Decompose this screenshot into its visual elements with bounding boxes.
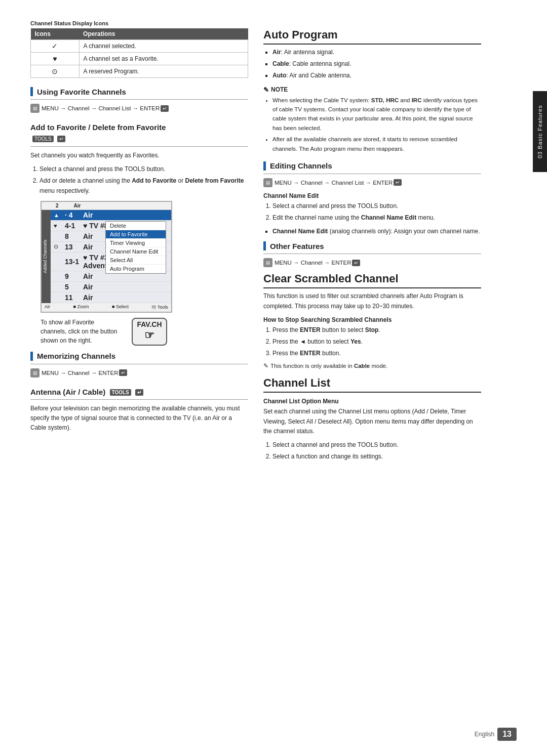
section-other: Other Features bbox=[263, 241, 481, 250]
icon-cell: ✓ bbox=[31, 40, 80, 53]
add-to-favorite-title: Add to Favorite / Delete from Favorite bbox=[30, 123, 248, 132]
channel-list-body: Set each channel using the Channel List … bbox=[263, 407, 481, 436]
chapter-tab: 03 Basic Features bbox=[533, 91, 547, 172]
desc-cell: A channel selected. bbox=[79, 40, 248, 53]
editing-menu: ▤ MENU → Channel → Channel List → ENTER … bbox=[263, 178, 481, 187]
cable-note: ✎ This function is only available in Cab… bbox=[263, 362, 481, 369]
right-column: Auto Program Air: Air antenna signal.Cab… bbox=[263, 20, 481, 466]
desc-cell: A reserved Program. bbox=[79, 65, 248, 78]
cable-note-text: This function is only available in Cable… bbox=[270, 363, 387, 369]
using-favorite-title: Using Favorite Channels bbox=[37, 88, 126, 96]
section-editing: Editing Channels bbox=[263, 161, 481, 171]
fav-ch-label: To show all Favorite channels, click on … bbox=[41, 318, 122, 345]
popup-menu-item[interactable]: Timer Viewing bbox=[106, 239, 166, 247]
tv-sidebar: Added Channels bbox=[42, 210, 51, 303]
add-favorite-steps: Select a channel and press the TOOLS but… bbox=[40, 164, 248, 196]
using-favorite-menu: ▤ MENU → Channel → Channel List → ENTER … bbox=[30, 104, 248, 113]
fav-ch-button[interactable]: FAV.CH ☞ bbox=[132, 318, 167, 346]
add-favorite-intro: Set channels you watch frequently as Fav… bbox=[30, 151, 248, 160]
memorizing-path: MENU → Channel → ENTER bbox=[42, 370, 118, 376]
fav-ch-button-wrap: FAV.CH ☞ bbox=[132, 318, 167, 346]
divider6 bbox=[263, 254, 481, 254]
popup-menu: DeleteAdd to FavoriteTimer ViewingChanne… bbox=[105, 221, 166, 274]
col-operations: Operations bbox=[79, 28, 248, 40]
note-title-label: NOTE bbox=[271, 86, 288, 93]
popup-menu-item[interactable]: Delete bbox=[106, 222, 166, 230]
desc-cell: A channel set as a Favorite. bbox=[79, 53, 248, 65]
tv-data-row: 11 Air bbox=[51, 292, 171, 303]
tools-badge: TOOLS bbox=[32, 136, 54, 142]
enter-badge: ↵ bbox=[161, 105, 169, 112]
editing-steps: Select a channel and press the TOOLS but… bbox=[272, 201, 481, 223]
section-bar3 bbox=[30, 352, 33, 361]
enter-badge4: ↵ bbox=[352, 260, 360, 266]
note-item: When selecting the Cable TV system: STD,… bbox=[272, 96, 481, 133]
add-fav-step-1: Select a channel and press the TOOLS but… bbox=[40, 164, 248, 174]
fav-ch-section: To show all Favorite channels, click on … bbox=[41, 318, 248, 346]
note-list: When selecting the Cable TV system: STD,… bbox=[272, 96, 481, 153]
icon-cell: ⊙ bbox=[31, 65, 80, 78]
note-pencil-icon: ✎ bbox=[263, 86, 269, 94]
tv-data-row: 5 Air bbox=[51, 282, 171, 292]
editing-title: Editing Channels bbox=[270, 161, 332, 170]
section-using-favorite: Using Favorite Channels bbox=[30, 87, 248, 96]
clear-scrambled-title: Clear Scrambled Channel bbox=[263, 272, 481, 288]
popup-menu-item[interactable]: Channel Name Edit bbox=[106, 247, 166, 256]
clear-step-1: Press the ENTER button to select Stop. bbox=[272, 325, 481, 335]
using-favorite-path: MENU → Channel → Channel List → ENTER bbox=[42, 105, 160, 111]
editing-note: Channel Name Edit (analog channels only)… bbox=[272, 227, 481, 236]
clear-step-2: Press the ◄ button to select Yes. bbox=[272, 337, 481, 347]
tv-col2: Air bbox=[74, 203, 81, 208]
memorizing-menu: ▤ MENU → Channel → ENTER ↵ bbox=[30, 368, 248, 377]
auto-program-bullets: Air: Air antenna signal.Cable: Cable ant… bbox=[272, 48, 481, 81]
auto-bullet: Cable: Cable antenna signal. bbox=[272, 59, 481, 69]
clear-step-3: Press the ENTER button. bbox=[272, 349, 481, 358]
fav-btn-label: FAV.CH bbox=[137, 321, 162, 328]
antenna-body: Before your television can begin memoriz… bbox=[30, 404, 248, 433]
channel-list-option-header: Channel List Option Menu bbox=[263, 398, 481, 405]
divider5 bbox=[263, 174, 481, 174]
edit-step-1: Select a channel and press the TOOLS but… bbox=[272, 201, 481, 211]
table-row: ♥ A channel set as a Favorite. bbox=[31, 53, 248, 65]
page-number: 13 bbox=[497, 728, 517, 741]
chapter-tab-label: 03 Basic Features bbox=[537, 105, 543, 158]
divider2 bbox=[30, 146, 248, 147]
tv-data-row: ▲ · 4 Air bbox=[51, 210, 171, 221]
editing-note-item: Channel Name Edit (analog channels only)… bbox=[272, 227, 481, 236]
clear-scrambled-steps: Press the ENTER button to select Stop.Pr… bbox=[272, 325, 481, 359]
menu-icon4: ▤ bbox=[263, 258, 272, 267]
tv-col1: 2 bbox=[56, 203, 59, 208]
tv-header-row: 2 Air bbox=[42, 202, 171, 210]
page-language: English bbox=[475, 731, 494, 738]
popup-menu-item[interactable]: Add to Favorite bbox=[106, 230, 166, 239]
icon-cell: ♥ bbox=[31, 53, 80, 65]
menu-icon3: ▤ bbox=[263, 178, 272, 187]
popup-menu-item[interactable]: Select All bbox=[106, 256, 166, 265]
clear-scrambled-body: This function is used to filter out scra… bbox=[263, 291, 481, 311]
left-column: Channel Status Display Icons Icons Opera… bbox=[30, 20, 248, 466]
section-bar5 bbox=[263, 161, 266, 171]
main-content: Channel Status Display Icons Icons Opera… bbox=[0, 0, 533, 486]
icons-table: Icons Operations ✓ A channel selected.♥ … bbox=[30, 28, 248, 78]
how-to-stop-header: How to Stop Searching Scrambled Channels bbox=[263, 316, 481, 323]
col-icons: Icons bbox=[31, 28, 80, 40]
channel-name-edit-header: Channel Name Edit bbox=[263, 192, 481, 199]
page-number-area: English 13 bbox=[475, 728, 517, 741]
note-box: ✎ NOTE When selecting the Cable TV syste… bbox=[263, 86, 481, 153]
popup-menu-item[interactable]: Auto Program bbox=[106, 265, 166, 273]
menu-icon: ▤ bbox=[30, 104, 40, 113]
edit-step-2: Edit the channel name using the Channel … bbox=[272, 213, 481, 223]
table-row: ⊙ A reserved Program. bbox=[31, 65, 248, 78]
hand-icon: ☞ bbox=[144, 329, 154, 342]
table-caption: Channel Status Display Icons bbox=[30, 20, 248, 26]
other-path: MENU → Channel → ENTER bbox=[275, 260, 351, 266]
memorizing-title: Memorizing Channels bbox=[37, 352, 115, 360]
cable-note-pencil: ✎ bbox=[263, 362, 268, 369]
auto-program-title: Auto Program bbox=[263, 28, 481, 45]
editing-path: MENU → Channel → Channel List → ENTER bbox=[275, 180, 393, 186]
other-menu: ▤ MENU → Channel → ENTER ↵ bbox=[263, 258, 481, 267]
cl-step-1: Select a channel and press the TOOLS but… bbox=[272, 440, 481, 450]
divider4 bbox=[30, 399, 248, 400]
note-item: After all the available channels are sto… bbox=[272, 135, 481, 153]
other-features-title: Other Features bbox=[270, 242, 324, 250]
